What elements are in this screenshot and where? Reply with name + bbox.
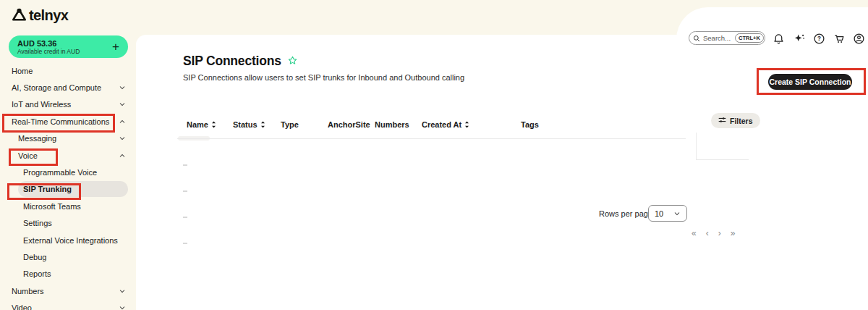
sidebar-item-reports[interactable]: Reports <box>0 266 136 282</box>
pagination-controls: « ‹ › » <box>692 228 735 238</box>
page-subtitle: SIP Connections allow users to set SIP t… <box>183 73 464 82</box>
sidebar-item-home[interactable]: Home <box>0 62 136 79</box>
page-title: SIP Connections <box>183 54 281 69</box>
ai-assistant-sparkle-icon[interactable] <box>793 33 806 45</box>
table-edge-vertical-divider <box>696 133 697 160</box>
rows-per-page-select[interactable]: 10 <box>648 205 687 222</box>
last-page-button[interactable]: » <box>731 228 736 238</box>
column-header-anchorsite: AnchorSite <box>328 120 370 129</box>
sort-icon <box>260 121 265 128</box>
sidebar-item-iot-wireless[interactable]: IoT and Wireless <box>0 96 136 113</box>
search-icon <box>693 32 700 45</box>
sidebar-item-external-voice-integrations[interactable]: External Voice Integrations <box>0 232 136 248</box>
sort-icon <box>211 121 216 128</box>
sidebar-item-microsoft-teams[interactable]: Microsoft Teams <box>0 198 136 214</box>
filters-button[interactable]: Filters <box>711 113 760 128</box>
empty-row-placeholder <box>183 190 187 192</box>
sidebar-item-sip-trunking[interactable]: SIP Trunking <box>18 181 128 197</box>
sidebar-item-numbers[interactable]: Numbers <box>0 282 136 299</box>
chevron-down-icon <box>119 85 126 90</box>
column-header-type: Type <box>281 120 299 129</box>
help-icon[interactable]: ? <box>813 33 825 45</box>
rows-per-page-label: Rows per page: <box>599 209 655 218</box>
first-page-button[interactable]: « <box>692 228 697 238</box>
search-shortcut-badge: CTRL+K <box>735 33 764 43</box>
shopping-cart-icon[interactable] <box>833 33 846 45</box>
column-header-name[interactable]: Name <box>187 120 216 129</box>
column-header-status[interactable]: Status <box>233 120 265 129</box>
notification-bell-icon[interactable] <box>773 33 785 45</box>
column-header-created-at[interactable]: Created At <box>422 120 469 129</box>
previous-page-button[interactable]: ‹ <box>706 228 709 238</box>
telnyx-portal: { "brand": { "logo_text": "telnyx" }, "c… <box>0 0 868 310</box>
telnyx-logo-icon <box>12 7 27 24</box>
global-search[interactable]: CTRL+K <box>689 31 765 45</box>
sidebar-item-real-time-communications[interactable]: Real-Time Communications <box>0 113 136 130</box>
sidebar-item-voice[interactable]: Voice <box>0 147 136 164</box>
empty-row-placeholder <box>183 243 187 244</box>
filter-sliders-icon <box>718 116 726 125</box>
telnyx-logo-text: telnyx <box>29 7 68 24</box>
sidebar-item-programmable-voice[interactable]: Programmable Voice <box>0 164 136 180</box>
chevron-down-icon <box>119 136 126 141</box>
sidebar-item-video[interactable]: Video <box>0 299 136 310</box>
table-header-divider <box>177 138 686 139</box>
svg-text:?: ? <box>817 35 821 42</box>
empty-row-placeholder <box>183 164 187 166</box>
chevron-down-icon <box>119 102 126 106</box>
sidebar-item-settings[interactable]: Settings <box>0 215 136 232</box>
account-icon[interactable] <box>853 33 865 45</box>
credit-balance-pill[interactable]: AUD 53.36 Available credit in AUD + <box>9 35 128 58</box>
create-sip-connection-button[interactable]: Create SIP Connection <box>768 74 852 90</box>
sidebar: telnyx AUD 53.36 Available credit in AUD… <box>0 0 136 310</box>
chevron-up-icon <box>119 154 126 158</box>
sidebar-item-ai-storage-compute[interactable]: AI, Storage and Compute <box>0 79 136 96</box>
chevron-down-icon <box>119 306 126 310</box>
column-header-numbers: Numbers <box>375 120 409 129</box>
sidebar-nav: Home AI, Storage and Compute IoT and Wir… <box>0 62 136 310</box>
credit-subtitle: Available credit in AUD <box>17 48 80 55</box>
chevron-down-icon <box>673 211 681 216</box>
add-credit-icon[interactable]: + <box>112 41 119 53</box>
page-title-row: SIP Connections <box>183 54 297 69</box>
empty-row-placeholder <box>183 217 187 218</box>
sidebar-item-debug[interactable]: Debug <box>0 248 136 265</box>
favorite-star-icon[interactable] <box>288 55 297 68</box>
credit-amount: AUD 53.36 <box>17 39 80 48</box>
next-page-button[interactable]: › <box>718 228 721 238</box>
search-input[interactable] <box>703 34 732 42</box>
chevron-down-icon <box>119 289 126 293</box>
telnyx-logo[interactable]: telnyx <box>12 7 68 24</box>
table-edge-horizontal-divider <box>696 159 749 160</box>
column-header-tags: Tags <box>521 120 539 129</box>
sidebar-item-messaging[interactable]: Messaging <box>0 130 136 147</box>
chevron-up-icon <box>119 120 126 124</box>
sort-icon <box>464 121 469 128</box>
